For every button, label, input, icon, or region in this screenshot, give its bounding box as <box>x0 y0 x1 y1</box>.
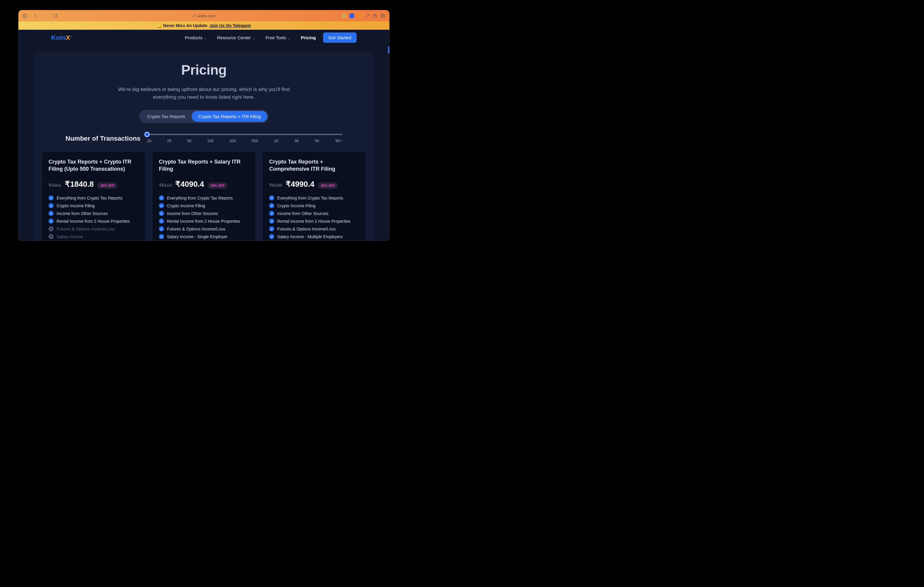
nav-link-label: Pricing <box>301 35 316 40</box>
address-bar[interactable]: koinx.com <box>193 14 216 18</box>
toggle-option-0[interactable]: Crypto Tax Reports <box>140 111 192 122</box>
feature-item: Salary Income - Multiple Employers <box>269 234 359 239</box>
check-icon <box>159 211 164 216</box>
slider-track <box>147 134 342 135</box>
slider-tick: 1K <box>274 138 279 143</box>
share-icon[interactable] <box>373 13 378 18</box>
check-icon <box>48 219 54 224</box>
pricing-card-2: Crypto Tax Reports + Comprehensive ITR F… <box>262 151 366 240</box>
price-strike: ₹5113 <box>159 183 172 188</box>
plan-toggle: Crypto Tax ReportsCrypto Tax Reports + I… <box>139 110 269 123</box>
bell-icon: 🔔 <box>157 23 162 28</box>
feature-text: Everything from Crypto Tax Reports <box>167 196 233 201</box>
slider[interactable]: 1025501002005001K3K5K5K+ <box>147 134 342 143</box>
slider-thumb[interactable] <box>145 132 149 137</box>
nav-links: ProductsResource CenterFree ToolsPricing <box>185 35 316 40</box>
feature-text: Rental Income from 2 House Properties <box>167 219 240 224</box>
price-row: ₹6238₹4990.420% OFF <box>269 179 359 189</box>
pricing-cards: Crypto Tax Reports + Crypto ITR Filing (… <box>42 151 366 240</box>
hero: Pricing We're big believers in being upf… <box>42 62 366 101</box>
feature-text: Everything from Crypto Tax Reports <box>277 196 343 201</box>
reload-icon[interactable] <box>53 13 58 18</box>
feature-text: Futures & Options Income/Loss <box>56 227 115 231</box>
slider-tick: 25 <box>167 138 171 143</box>
nav-link-free-tools[interactable]: Free Tools <box>266 35 291 40</box>
feature-text: Income from Other Sources <box>277 211 328 216</box>
main-nav: KoinX® ProductsResource CenterFree Tools… <box>18 30 389 46</box>
price: ₹1840.8 <box>65 179 94 189</box>
feature-text: Everything from Crypto Tax Reports <box>56 196 123 201</box>
feature-item: Futures & Options Income/Loss <box>48 226 139 231</box>
feature-item: Rental Income from 2 House Properties <box>48 219 139 224</box>
price-row: ₹5113₹4090.420% OFF <box>159 179 249 189</box>
page-title: Pricing <box>42 62 366 78</box>
slider-tick: 10 <box>147 138 151 143</box>
feature-item: Futures & Options Income/Loss <box>269 226 359 231</box>
feature-text: Salary Income - Multiple Employers <box>277 234 343 239</box>
check-icon <box>159 203 164 208</box>
discount-badge: 20% OFF <box>318 182 338 189</box>
nav-link-label: Resource Center <box>217 35 251 40</box>
extension-icon-2[interactable] <box>350 13 354 18</box>
discount-badge: 20% OFF <box>97 182 117 189</box>
slider-tick: 3K <box>294 138 299 143</box>
x-icon <box>48 234 54 239</box>
page-content: Pricing We're big believers in being upf… <box>18 46 389 240</box>
check-icon <box>48 196 54 201</box>
check-icon <box>269 234 274 239</box>
sidebar-toggle-icon[interactable] <box>23 13 27 18</box>
banner-text: Never Miss An Update- <box>163 23 208 28</box>
nav-link-pricing[interactable]: Pricing <box>301 35 316 40</box>
feature-text: Rental Income from 2 House Properties <box>56 219 130 224</box>
pricing-panel: Pricing We're big believers in being upf… <box>33 52 375 240</box>
discount-badge: 20% OFF <box>208 182 228 189</box>
card-title: Crypto Tax Reports + Comprehensive ITR F… <box>269 158 359 173</box>
announcement-banner: 🔔 Never Miss An Update- Join Us On Teleg… <box>18 21 389 30</box>
eyedropper-icon[interactable] <box>365 13 370 18</box>
check-icon <box>159 196 164 201</box>
check-icon <box>48 203 54 208</box>
pricing-card-1: Crypto Tax Reports + Salary ITR Filing₹5… <box>152 151 256 240</box>
feature-list: Everything from Crypto Tax ReportsCrypto… <box>159 196 249 240</box>
check-icon <box>269 226 274 231</box>
slider-tick: 500 <box>252 138 258 143</box>
check-icon <box>269 219 274 224</box>
chevron-down-icon <box>252 36 256 39</box>
feature-item: Crypto Income Filing <box>269 203 359 208</box>
check-icon <box>269 196 274 201</box>
logo-trademark: ® <box>70 35 72 38</box>
price-row: ₹2301₹1840.820% OFF <box>48 179 139 189</box>
feature-text: Salary Income - Single Employer <box>167 234 228 239</box>
slider-tick: 200 <box>229 138 236 143</box>
tabs-icon[interactable] <box>380 13 385 18</box>
price: ₹4990.4 <box>286 179 315 189</box>
logo[interactable]: KoinX® <box>51 34 72 42</box>
price-strike: ₹2301 <box>48 183 61 188</box>
slider-tick: 5K <box>315 138 320 143</box>
nav-link-products[interactable]: Products <box>185 35 207 40</box>
toggle-option-1[interactable]: Crypto Tax Reports + ITR Filing <box>192 111 267 122</box>
star-icon[interactable] <box>357 13 362 18</box>
svg-rect-0 <box>23 14 27 18</box>
feature-text: Futures & Options Income/Loss <box>167 227 225 231</box>
banner-link[interactable]: Join Us On Telegarm <box>210 23 251 28</box>
transaction-slider-row: Number of Transactions 1025501002005001K… <box>66 134 342 143</box>
logo-part-2: X <box>66 34 70 41</box>
check-icon <box>269 203 274 208</box>
slider-tick: 50 <box>187 138 191 143</box>
price-strike: ₹6238 <box>269 183 282 188</box>
url-text: koinx.com <box>198 14 216 18</box>
get-started-button[interactable]: Get Started <box>323 33 356 43</box>
check-icon <box>159 226 164 231</box>
back-icon[interactable] <box>33 13 38 18</box>
check-icon <box>159 219 164 224</box>
card-title: Crypto Tax Reports + Crypto ITR Filing (… <box>48 158 139 173</box>
scroll-indicator[interactable] <box>388 46 389 54</box>
page-subtitle: We're big believers in being upfront abo… <box>115 86 293 101</box>
feature-item: Crypto Income Filing <box>48 203 139 208</box>
extension-icon-1[interactable] <box>341 13 346 18</box>
feature-item: Salary Income <box>48 234 139 239</box>
feature-text: Crypto Income Filing <box>56 203 95 208</box>
nav-link-resource-center[interactable]: Resource Center <box>217 35 255 40</box>
svg-rect-6 <box>382 15 384 17</box>
